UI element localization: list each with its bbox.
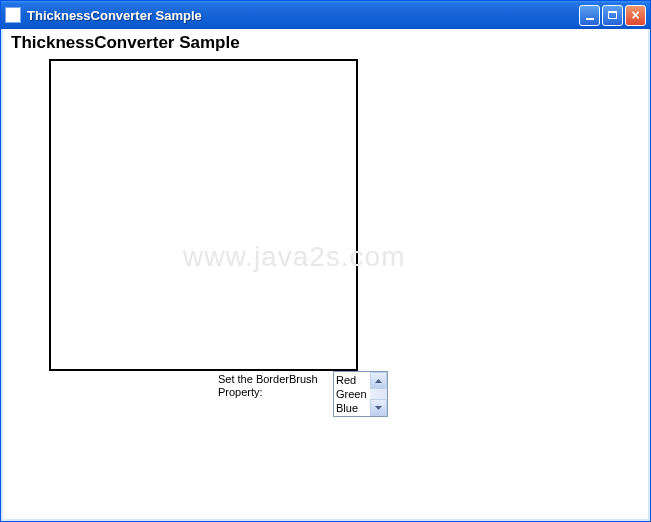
svg-marker-0 [375,379,382,383]
close-button[interactable]: × [625,5,646,26]
list-item[interactable]: Blue [335,401,369,415]
minimize-icon [586,18,594,20]
window-controls: × [579,5,646,26]
maximize-icon [608,11,617,19]
chevron-up-icon [375,379,382,383]
scroll-up-button[interactable] [370,372,387,389]
sample-border-box [49,59,358,371]
application-window: ThicknessConverter Sample × www.java2s.c… [0,0,651,522]
minimize-button[interactable] [579,5,600,26]
titlebar[interactable]: ThicknessConverter Sample × [1,1,650,29]
controls-row: Set the BorderBrush Property: Red Green … [218,371,640,417]
chevron-down-icon [375,406,382,410]
list-item[interactable]: Red [335,373,369,387]
property-label: Set the BorderBrush Property: [218,371,323,399]
borderbrush-listbox[interactable]: Red Green Blue [333,371,388,417]
list-item[interactable]: Green [335,387,369,401]
app-icon [5,7,21,23]
close-icon: × [631,8,639,22]
listbox-items: Red Green Blue [334,372,370,416]
svg-marker-1 [375,406,382,410]
maximize-button[interactable] [602,5,623,26]
scroll-track[interactable] [370,389,387,399]
client-area: www.java2s.com ThicknessConverter Sample… [1,29,650,521]
window-title: ThicknessConverter Sample [27,8,579,23]
page-title: ThicknessConverter Sample [11,33,640,53]
listbox-scrollbar [370,372,387,416]
scroll-down-button[interactable] [370,399,387,416]
